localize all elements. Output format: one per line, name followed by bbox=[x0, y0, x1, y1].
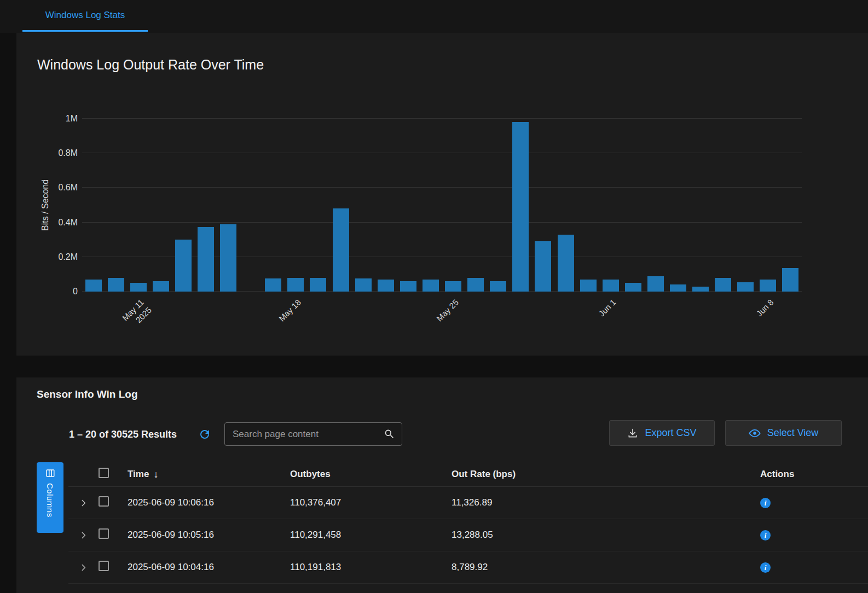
table-row: 2025-06-09 10:06:16110,376,40711,326.89i bbox=[68, 487, 868, 519]
bar-slot bbox=[82, 119, 105, 292]
chart-bar bbox=[333, 208, 349, 292]
section-title: Sensor Info Win Log bbox=[37, 388, 138, 400]
chart-bar bbox=[400, 281, 416, 292]
chart-bar bbox=[287, 278, 304, 292]
select-view-label: Select View bbox=[767, 427, 819, 439]
info-icon[interactable]: i bbox=[760, 562, 771, 573]
header-checkbox-cell bbox=[99, 468, 123, 481]
bar-slot bbox=[262, 119, 285, 292]
bar-slot bbox=[712, 119, 734, 292]
chart-bar bbox=[760, 280, 776, 292]
chart-bar bbox=[692, 287, 709, 292]
table-header-row: Time ↓ Outbytes Out Rate (bps) Actions bbox=[68, 462, 868, 487]
table-row: 2025-06-09 10:04:16110,191,8138,789.92i bbox=[68, 551, 868, 584]
outbytes-cell: 110,291,458 bbox=[290, 530, 452, 540]
out-rate-cell: 11,326.89 bbox=[452, 497, 758, 508]
bar-slot bbox=[532, 119, 554, 292]
bar-slot bbox=[442, 119, 465, 292]
bar-slot bbox=[599, 119, 622, 292]
chart-bar bbox=[108, 278, 124, 292]
column-header-out-rate[interactable]: Out Rate (bps) bbox=[452, 469, 758, 480]
chart-bar bbox=[445, 281, 461, 292]
time-cell: 2025-06-09 10:04:16 bbox=[123, 562, 290, 573]
column-header-time[interactable]: Time ↓ bbox=[123, 469, 290, 480]
chart-bar bbox=[378, 280, 394, 292]
select-all-checkbox[interactable] bbox=[99, 468, 109, 478]
chart-bar bbox=[782, 268, 798, 292]
chart-bar bbox=[130, 283, 147, 292]
chart-bar bbox=[198, 227, 214, 292]
table-body: 2025-06-09 10:06:16110,376,40711,326.89i… bbox=[68, 487, 868, 584]
chart-bar bbox=[512, 122, 529, 292]
bar-slot bbox=[734, 119, 757, 292]
expand-row-chevron-icon[interactable] bbox=[79, 531, 88, 540]
y-tick-label: 0 bbox=[73, 287, 78, 296]
bar-slot bbox=[127, 119, 149, 292]
page: Windows Log Stats Windows Log Output Rat… bbox=[0, 0, 868, 593]
row-checkbox[interactable] bbox=[99, 561, 109, 571]
time-header-label: Time bbox=[128, 469, 149, 480]
x-tick-label: May 25 bbox=[434, 297, 461, 324]
chart-bar bbox=[580, 280, 597, 292]
bar-slot bbox=[554, 119, 577, 292]
bar-slot bbox=[510, 119, 532, 292]
tab-bar: Windows Log Stats bbox=[0, 0, 868, 33]
results-table: Time ↓ Outbytes Out Rate (bps) Actions 2… bbox=[68, 462, 868, 584]
refresh-button[interactable] bbox=[196, 426, 213, 443]
time-cell: 2025-06-09 10:06:16 bbox=[123, 497, 290, 508]
info-icon[interactable]: i bbox=[760, 498, 771, 508]
bar-slot bbox=[577, 119, 599, 292]
row-checkbox[interactable] bbox=[99, 528, 109, 539]
chart-bar bbox=[737, 282, 754, 292]
bar-slot bbox=[487, 119, 510, 292]
bar-slot bbox=[105, 119, 127, 292]
chart-bar bbox=[220, 224, 236, 292]
info-icon[interactable]: i bbox=[760, 530, 771, 540]
bar-slot bbox=[307, 119, 329, 292]
chart-bar bbox=[603, 280, 619, 292]
columns-button[interactable]: Columns bbox=[37, 462, 63, 533]
bar-slot bbox=[690, 119, 712, 292]
select-view-button[interactable]: Select View bbox=[725, 420, 842, 446]
column-header-outbytes[interactable]: Outbytes bbox=[290, 469, 452, 480]
bar-slot bbox=[374, 119, 397, 292]
chart-bar bbox=[265, 278, 281, 292]
chart-bar bbox=[715, 278, 731, 292]
row-checkbox[interactable] bbox=[99, 496, 109, 507]
search-icon bbox=[384, 428, 395, 440]
bar-slot bbox=[465, 119, 487, 292]
table-panel: Sensor Info Win Log 1 – 20 of 30525 Resu… bbox=[16, 377, 868, 593]
chart-bar bbox=[558, 235, 574, 292]
expand-row-chevron-icon[interactable] bbox=[79, 563, 88, 572]
download-icon bbox=[627, 428, 638, 439]
out-rate-cell: 13,288.05 bbox=[452, 530, 758, 540]
chart-bar bbox=[153, 281, 169, 292]
table-row: 2025-06-09 10:05:16110,291,45813,288.05i bbox=[68, 519, 868, 551]
out-rate-cell: 8,789.92 bbox=[452, 562, 758, 573]
y-axis: 00.2M0.4M0.6M0.8M1M bbox=[16, 119, 78, 292]
search-box bbox=[224, 422, 402, 446]
bar-slot bbox=[352, 119, 374, 292]
x-tick-label: Jun 8 bbox=[754, 297, 776, 319]
x-axis: May 11 2025May 18May 25Jun 1Jun 8 bbox=[82, 292, 802, 354]
export-csv-button[interactable]: Export CSV bbox=[609, 420, 715, 446]
bar-slot bbox=[329, 119, 352, 292]
export-csv-label: Export CSV bbox=[645, 427, 696, 439]
tab-windows-log-stats[interactable]: Windows Log Stats bbox=[22, 0, 148, 32]
outbytes-cell: 110,191,813 bbox=[290, 562, 452, 573]
expand-row-chevron-icon[interactable] bbox=[79, 498, 88, 508]
x-tick-label: Jun 1 bbox=[597, 297, 618, 319]
chart-bar bbox=[423, 280, 439, 292]
x-tick-label: May 18 bbox=[277, 297, 304, 324]
plot-area bbox=[82, 119, 802, 292]
chart-bar bbox=[467, 278, 484, 292]
bar-slot bbox=[240, 119, 262, 292]
y-tick-label: 0.2M bbox=[58, 252, 78, 262]
bar-slot bbox=[149, 119, 172, 292]
bar-slot bbox=[622, 119, 644, 292]
bar-slot bbox=[172, 119, 194, 292]
x-tick-label: May 11 2025 bbox=[120, 297, 154, 332]
search-input[interactable] bbox=[225, 429, 384, 440]
bars-container bbox=[82, 119, 802, 292]
chart-panel: Windows Log Output Rate Over Time Bits /… bbox=[16, 33, 868, 356]
